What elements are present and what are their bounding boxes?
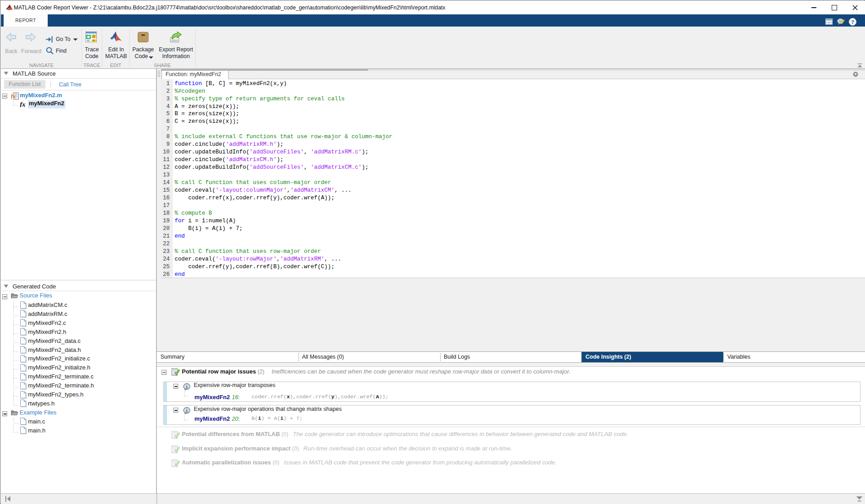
svg-text:fx: fx xyxy=(20,100,26,107)
svg-text:i: i xyxy=(186,408,187,413)
svg-text:i: i xyxy=(186,384,187,389)
svg-text:fx: fx xyxy=(11,93,16,99)
svg-text:?: ? xyxy=(851,19,854,25)
